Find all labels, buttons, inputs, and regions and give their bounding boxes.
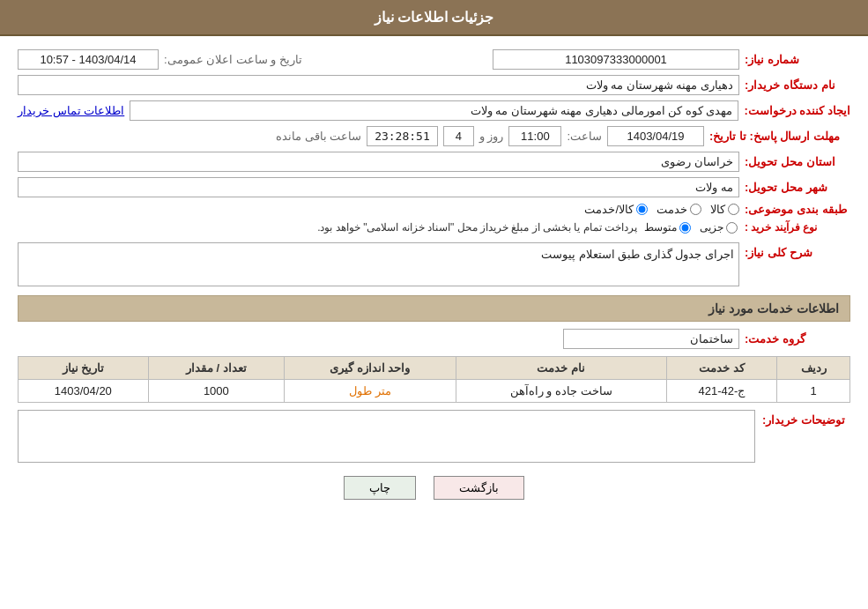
time-label: ساعت: [567, 130, 602, 143]
description-label: شرح کلی نیاز: [745, 242, 850, 259]
service-group-label: گروه خدمت: [745, 332, 850, 345]
buyer-desc-row: توضیحات خریدار: [18, 410, 850, 463]
description-value: اجرای جدول گذاری طبق استعلام پیوست [18, 242, 739, 286]
purchase-motavset-label: متوسط [644, 221, 677, 234]
col-header-code: کد خدمت [666, 357, 777, 380]
cell-name: ساخت جاده و راه‌آهن [456, 380, 666, 403]
category-both-label: کالا/خدمت [584, 203, 634, 216]
services-table-section: ردیف کد خدمت نام خدمت واحد اندازه گیری ت… [18, 356, 850, 403]
deadline-label: مهلت ارسال پاسخ: تا تاریخ: [709, 130, 850, 143]
purchase-type-radio-group: جزیی متوسط [644, 221, 738, 234]
category-kala-label: کالا [710, 203, 725, 216]
province-value: خراسان رضوی [18, 152, 739, 172]
province-label: استان محل تحویل: [745, 155, 850, 168]
services-table: ردیف کد خدمت نام خدمت واحد اندازه گیری ت… [18, 356, 850, 403]
col-header-qty: تعداد / مقدار [148, 357, 284, 380]
col-header-rownum: ردیف [777, 357, 850, 380]
purchase-type-label: نوع فرآیند خرید : [745, 221, 850, 234]
province-row: استان محل تحویل: خراسان رضوی [18, 152, 850, 172]
deadline-days: 4 [443, 126, 474, 146]
col-header-name: نام خدمت [456, 357, 666, 380]
footer-buttons: بازگشت چاپ [18, 476, 850, 500]
page-title: جزئیات اطلاعات نیاز [375, 10, 494, 25]
creator-value: مهدی کوه کن امورمالی دهیاری مهنه شهرستان… [130, 100, 738, 121]
col-header-unit: واحد اندازه گیری [285, 357, 456, 380]
category-radio-kala[interactable]: کالا [710, 203, 739, 216]
buyer-desc-textarea[interactable] [18, 410, 755, 463]
purchase-jozi-label: جزیی [700, 221, 723, 234]
days-label: روز و [479, 130, 504, 143]
buyer-org-value: دهیاری مهنه شهرستان مه ولات [18, 75, 739, 95]
category-khedmat-label: خدمت [657, 203, 687, 216]
need-number-value: 1103097333000001 [493, 49, 739, 70]
purchase-type-row: نوع فرآیند خرید : جزیی متوسط پرداخت تمام… [18, 221, 850, 234]
table-row: 1 ج-42-421 ساخت جاده و راه‌آهن متر طول 1… [19, 380, 850, 403]
category-radio-both[interactable]: کالا/خدمت [584, 203, 648, 216]
purchase-type-motavset[interactable]: متوسط [644, 221, 691, 234]
col-header-date: تاریخ نیاز [19, 357, 149, 380]
print-button[interactable]: چاپ [344, 476, 416, 500]
service-group-value: ساختمان [563, 329, 739, 349]
cell-date: 1403/04/20 [19, 380, 149, 403]
service-group-row: گروه خدمت: ساختمان [18, 329, 850, 349]
cell-unit: متر طول [285, 380, 456, 403]
deadline-date: 1403/04/19 [607, 126, 704, 146]
category-row: طبقه بندی موضوعی: کالا خدمت کالا/خدمت [18, 203, 850, 216]
category-label: طبقه بندی موضوعی: [745, 203, 850, 216]
buyer-org-label: نام دستگاه خریدار: [745, 78, 850, 92]
purchase-type-desc: پرداخت تمام یا بخشی از مبلغ خریداز محل "… [317, 221, 637, 234]
remaining-label: ساعت باقی مانده [276, 130, 361, 143]
services-section-title: اطلاعات خدمات مورد نیاز [18, 295, 850, 322]
buyer-desc-label: توضیحات خریدار: [762, 410, 850, 427]
creator-row: ایجاد کننده درخواست: مهدی کوه کن امورمال… [18, 100, 850, 121]
announce-label: تاریخ و ساعت اعلان عمومی: [164, 53, 302, 66]
need-number-row: شماره نیاز: 1103097333000001 تاریخ و ساع… [18, 49, 850, 70]
announce-value: 1403/04/14 - 10:57 [18, 49, 159, 70]
cell-code: ج-42-421 [666, 380, 777, 403]
deadline-row: مهلت ارسال پاسخ: تا تاریخ: 1403/04/19 سا… [18, 126, 850, 146]
cell-qty: 1000 [148, 380, 284, 403]
city-label: شهر محل تحویل: [745, 181, 850, 194]
need-number-label: شماره نیاز: [745, 53, 850, 66]
creator-label: ایجاد کننده درخواست: [744, 104, 850, 117]
city-row: شهر محل تحویل: مه ولات [18, 177, 850, 197]
purchase-type-jozi[interactable]: جزیی [700, 221, 738, 234]
countdown-timer: 23:28:51 [367, 126, 438, 146]
cell-rownum: 1 [777, 380, 850, 403]
category-radio-group: کالا خدمت کالا/خدمت [584, 203, 739, 216]
deadline-time: 11:00 [508, 126, 561, 146]
back-button[interactable]: بازگشت [434, 476, 524, 500]
category-radio-khedmat[interactable]: خدمت [657, 203, 701, 216]
description-row: شرح کلی نیاز: اجرای جدول گذاری طبق استعل… [18, 242, 850, 286]
city-value: مه ولات [18, 177, 739, 197]
buyer-org-row: نام دستگاه خریدار: دهیاری مهنه شهرستان م… [18, 75, 850, 95]
page-header: جزئیات اطلاعات نیاز [0, 0, 868, 36]
contact-link[interactable]: اطلاعات تماس خریدار [18, 104, 124, 117]
